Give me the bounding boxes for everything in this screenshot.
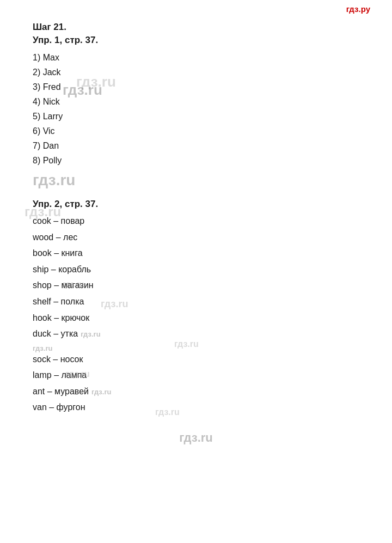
list-item: 5) Larry [33,110,359,123]
exercise1-list: 1) Max 2) Jack 3) Fredгдз.ru 4) Nick 5) … [33,51,359,167]
main-content: гдз.ru гдз.ru гдз.ru гдз.ru гдз.ru гдз.r… [0,0,392,467]
vocab-item: ant – муравейгдз.ru [33,385,359,399]
watermark-bottom: гдз.ru [33,431,359,445]
watermark-mid: гдз.ru [33,172,75,188]
vocab-item: shop – магазингдз.ru [33,278,359,292]
vocab-item: ship – корабль [33,263,359,277]
list-item: 1) Max [33,51,359,64]
exercise2-title: Упр. 2, стр. 37. [33,199,359,210]
vocab-item: cook – повар [33,214,359,228]
step-title: Шаг 21. [33,22,359,33]
list-item: 7) Dan [33,139,359,152]
vocab-item: book – книга [33,246,359,260]
vocab-item: wood – лес [33,230,359,245]
vocab-item: shelf – полка [33,295,359,309]
list-item: 6) Vic [33,125,359,138]
exercise2-list: cook – повар wood – лес book – книга shi… [33,214,359,414]
vocab-item: гдз.ru sock – носок [33,343,359,366]
list-item: 3) Fredгдз.ru [33,81,359,94]
vocab-item: duck – уткагдз.ru [33,327,359,341]
list-item: 8) Polly [33,154,359,167]
list-item: 2) Jack [33,66,359,79]
vocab-item: van – фургон [33,400,359,414]
exercise1-title: Упр. 1, стр. 37. [33,35,359,46]
vocab-item: lamp – лампа [33,368,359,382]
vocab-item: hook – крючок [33,311,359,325]
